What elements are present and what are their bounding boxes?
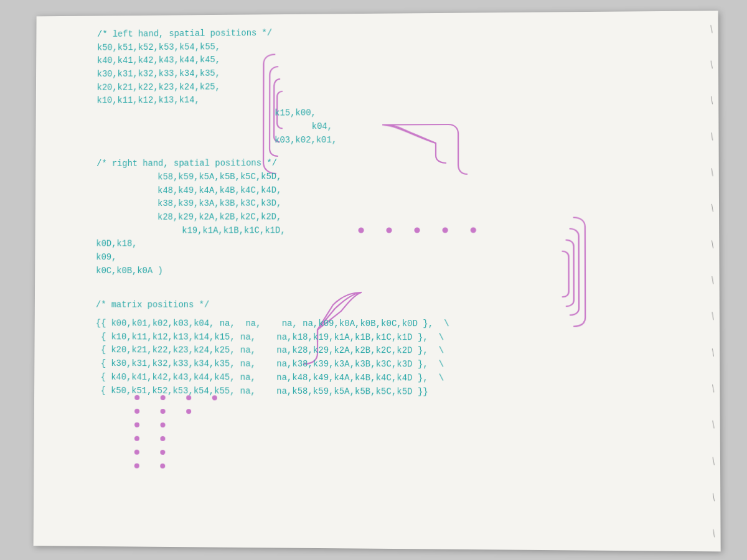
- svg-point-9: [135, 409, 139, 413]
- slash-4: \: [710, 130, 715, 142]
- slash-6: \: [710, 202, 715, 214]
- right-row-3: k38,k39,k3A,k3B,k3C,k3D,: [96, 196, 675, 211]
- slash-12: \: [711, 419, 716, 431]
- slash-2: \: [709, 58, 714, 70]
- right-row-8: k0C,k0B,k0A ): [96, 264, 675, 278]
- right-hand-comment: /* right hand, spatial positions */: [96, 156, 674, 171]
- slash-13: \: [711, 455, 716, 467]
- slash-14: \: [711, 491, 716, 503]
- right-row-6: k0D,k18,: [96, 237, 675, 251]
- svg-point-11: [187, 409, 190, 413]
- matrix-row-6: { k50,k51,k52,k53,k54,k55, na, na,k58,k5…: [95, 384, 675, 399]
- code-content: /* left hand, spatial positions */ k50,k…: [95, 24, 675, 399]
- slash-11: \: [711, 383, 716, 394]
- page: \ \ \ \ \ \ \ \ \ \ \ \ \ \ \: [34, 11, 721, 551]
- matrix-section: /* matrix positions */ {{ k00,k01,k02,k0…: [95, 299, 675, 399]
- matrix-comment: /* matrix positions */: [96, 299, 675, 312]
- svg-point-13: [161, 423, 165, 427]
- slash-7: \: [710, 238, 715, 250]
- right-row-2: k48,k49,k4A,k4B,k4C,k4D,: [96, 182, 675, 197]
- matrix-row-3: { k20,k21,k22,k23,k24,k25, na, na,k28,k2…: [96, 344, 675, 359]
- svg-point-19: [161, 464, 164, 468]
- svg-point-14: [135, 437, 139, 441]
- left-row-8: k03,k02,k01,: [96, 132, 674, 148]
- svg-point-10: [161, 409, 165, 413]
- svg-point-16: [135, 450, 139, 454]
- slash-3: \: [709, 95, 714, 106]
- svg-point-15: [161, 437, 164, 441]
- slash-10: \: [710, 347, 715, 358]
- right-row-5: k19,k1A,k1B,k1C,k1D,: [96, 223, 674, 238]
- slash-8: \: [710, 274, 715, 286]
- svg-point-17: [161, 450, 164, 454]
- matrix-row-1: {{ k00,k01,k02,k03,k04, na, na, na, na,k…: [96, 317, 675, 332]
- matrix-row-2: { k10,k11,k12,k13,k14,k15, na, na,k18,k1…: [96, 330, 675, 345]
- slash-5: \: [710, 166, 715, 178]
- right-row-1: k58,k59,k5A,k5B,k5C,k5D,: [96, 169, 675, 185]
- slash-9: \: [710, 310, 715, 322]
- right-row-4: k28,k29,k2A,k2B,k2C,k2D,: [96, 210, 675, 224]
- slash-1: \: [709, 23, 714, 35]
- matrix-row-5: { k40,k41,k42,k43,k44,k45, na, na,k48,k4…: [95, 371, 675, 386]
- svg-point-12: [135, 423, 139, 427]
- matrix-row-4: { k30,k31,k32,k33,k34,k35, na, na,k38,k3…: [95, 357, 675, 372]
- right-row-7: k09,: [96, 251, 675, 264]
- slash-15: \: [712, 528, 716, 539]
- slash-marks: \ \ \ \ \ \ \ \ \ \ \ \ \ \ \: [710, 11, 715, 551]
- svg-point-18: [135, 464, 139, 468]
